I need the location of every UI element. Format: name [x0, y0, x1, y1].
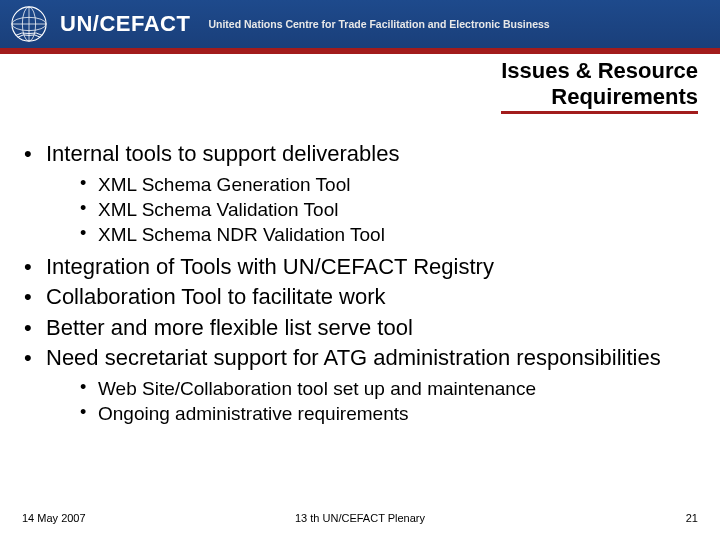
bullet-2: Integration of Tools with UN/CEFACT Regi… — [18, 253, 702, 281]
slide-content: Internal tools to support deliverables X… — [0, 116, 720, 426]
bullet-5-sub-1: Web Site/Collaboration tool set up and m… — [46, 376, 702, 401]
bullet-4: Better and more flexible list serve tool — [18, 314, 702, 342]
bullet-3: Collaboration Tool to facilitate work — [18, 283, 702, 311]
bullet-5: Need secretariat support for ATG adminis… — [18, 344, 702, 426]
bullet-1-sub-2: XML Schema Validation Tool — [46, 197, 702, 222]
slide-header: UN/CEFACT United Nations Centre for Trad… — [0, 0, 720, 48]
header-subtitle: United Nations Centre for Trade Facilita… — [208, 18, 549, 30]
bullet-5-sub-2: Ongoing administrative requirements — [46, 401, 702, 426]
un-emblem-icon — [10, 5, 48, 43]
bullet-1: Internal tools to support deliverables X… — [18, 140, 702, 247]
brand-text: UN/CEFACT — [60, 11, 190, 37]
footer-date: 14 May 2007 — [22, 512, 86, 524]
bullet-1-text: Internal tools to support deliverables — [46, 141, 399, 166]
footer-center: 13 th UN/CEFACT Plenary — [295, 512, 425, 524]
title-area: Issues & Resource Requirements — [0, 54, 720, 116]
bullet-5-text: Need secretariat support for ATG adminis… — [46, 345, 661, 370]
title-line-1: Issues & Resource — [501, 58, 698, 83]
footer-page: 21 — [686, 512, 698, 524]
bullet-1-sub-3: XML Schema NDR Validation Tool — [46, 222, 702, 247]
title-line-2: Requirements — [551, 84, 698, 109]
slide-footer: 14 May 2007 13 th UN/CEFACT Plenary 21 — [0, 512, 720, 524]
slide-title: Issues & Resource Requirements — [501, 58, 698, 114]
bullet-1-sub-1: XML Schema Generation Tool — [46, 172, 702, 197]
